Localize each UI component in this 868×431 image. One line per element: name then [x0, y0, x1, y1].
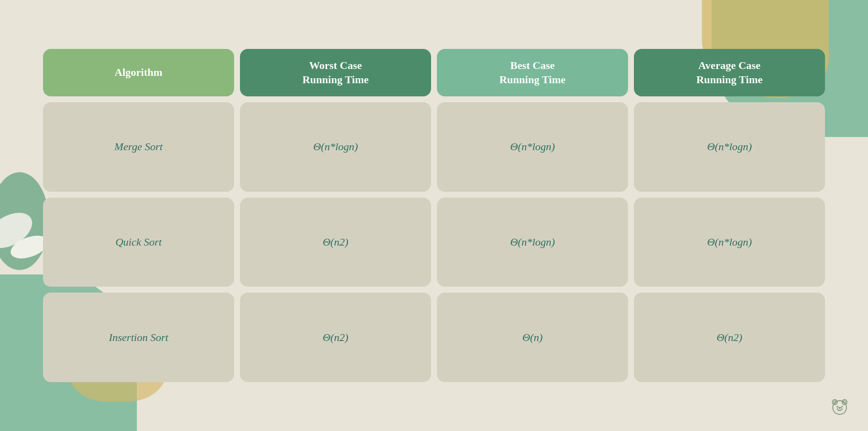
table-row: Quick Sort — [43, 198, 234, 287]
bg-decoration-green-left — [0, 172, 49, 270]
header-algorithm: Algorithm — [43, 49, 234, 96]
table-row: Θ(n) — [437, 293, 628, 382]
table-row: Θ(n*logn) — [437, 198, 628, 287]
sorting-algorithms-table: Algorithm Worst CaseRunning Time Best Ca… — [43, 49, 825, 382]
cell-insertion-sort-worst: Θ(n2) — [323, 331, 348, 344]
svg-point-8 — [839, 408, 841, 408]
table-row: Θ(n*logn) — [634, 198, 825, 287]
cell-quick-sort-average: Θ(n*logn) — [707, 236, 752, 249]
cell-merge-sort-name: Merge Sort — [114, 140, 163, 153]
svg-point-6 — [842, 406, 843, 408]
header-worst: Worst CaseRunning Time — [240, 49, 431, 96]
table-row: Θ(n*logn) — [437, 102, 628, 192]
table-row: Θ(n2) — [240, 293, 431, 382]
header-algorithm-label: Algorithm — [115, 66, 163, 80]
cell-quick-sort-best: Θ(n*logn) — [510, 236, 555, 249]
table-row: Merge Sort — [43, 102, 234, 192]
cell-merge-sort-average: Θ(n*logn) — [707, 140, 752, 153]
header-worst-label: Worst CaseRunning Time — [303, 59, 369, 87]
table-container: Algorithm Worst CaseRunning Time Best Ca… — [43, 49, 825, 382]
bear-logo-icon — [829, 396, 850, 417]
bg-decoration-leaf-left — [0, 205, 38, 255]
table-row: Θ(n2) — [634, 293, 825, 382]
table-row: Θ(n*logn) — [240, 102, 431, 192]
cell-quick-sort-worst: Θ(n2) — [323, 236, 348, 249]
header-average: Average CaseRunning Time — [634, 49, 825, 96]
cell-insertion-sort-name: Insertion Sort — [109, 331, 169, 344]
header-best: Best CaseRunning Time — [437, 49, 628, 96]
cell-merge-sort-worst: Θ(n*logn) — [313, 140, 358, 153]
svg-point-5 — [837, 406, 838, 408]
table-row: Θ(n*logn) — [634, 102, 825, 192]
header-best-label: Best CaseRunning Time — [499, 59, 566, 87]
cell-merge-sort-best: Θ(n*logn) — [510, 140, 555, 153]
cell-insertion-sort-best: Θ(n) — [522, 331, 543, 344]
table-row: Insertion Sort — [43, 293, 234, 382]
cell-insertion-sort-average: Θ(n2) — [716, 331, 742, 344]
table-row: Θ(n2) — [240, 198, 431, 287]
cell-quick-sort-name: Quick Sort — [115, 236, 162, 249]
header-average-label: Average CaseRunning Time — [696, 59, 763, 87]
